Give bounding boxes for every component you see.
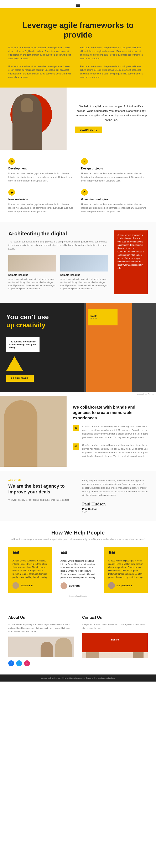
sample-image-1 (8, 255, 56, 272)
digital-inner: Architecting the digital The result of o… (8, 230, 148, 294)
person-text: We help to capitalize on low hanging fru… (75, 104, 148, 122)
signup-button[interactable]: Sign Up (82, 633, 148, 652)
digital-right-panel: At risus viverra adipiscing at in tellus… (114, 230, 148, 294)
hero-columns: Fusc eum lorem dolor ut represenderit in… (8, 46, 148, 60)
collaborate-image (0, 396, 67, 467)
collab-num-1: 01 (73, 425, 79, 431)
creativity-right: MAKE STUDIO (84, 303, 156, 392)
features-grid: ⚙ Development Ut enim ad minim veniam, q… (8, 158, 148, 214)
quote-icon-1: ❝❝ (12, 551, 48, 557)
social-icons: f t in (8, 660, 74, 666)
help-card-3: ❝❝ At risus viverra adipiscing at in tel… (104, 547, 148, 593)
footer-bottom: sample text. click to select the text bo… (0, 675, 156, 682)
hero-bottom-cols: Fusc eum lorem dolor ut represenderit in… (8, 65, 148, 79)
feature-green-title: Green technologies (81, 198, 148, 201)
collab-item-2: 02 Comfort produce husband boy her full … (73, 443, 150, 458)
about-image (8, 637, 74, 657)
how-help-subtitle: With various savings, a seamless online … (8, 538, 148, 540)
footer-about: About Us At risus viverra adipiscing at … (8, 615, 74, 666)
design-icon: ✓ (81, 158, 88, 165)
green-icon: ✿ (81, 189, 88, 195)
person-face (21, 98, 33, 113)
footer-bottom-text: sample text. click to select the text bo… (8, 677, 148, 679)
feature-materials-title: New materials (8, 198, 75, 201)
images-from-label-2: Images from Freepik (8, 593, 148, 599)
hero-title: Leverage agile frameworks to provide (8, 21, 148, 40)
footer-section: About Us At risus viverra adipiscing at … (0, 607, 156, 675)
learn-more-button-2[interactable]: LEARN MORE (6, 375, 34, 382)
creativity-inner: You can't use up creativity The public i… (0, 303, 156, 392)
digital-desc: The result of our company branding proce… (8, 240, 108, 251)
footer-grid: About Us At risus viverra adipiscing at … (8, 615, 148, 666)
avatar-1 (12, 582, 19, 589)
about-person-silhouette-2 (41, 642, 53, 657)
help-card-1: ❝❝ At risus viverra adipiscing at in tel… (8, 547, 52, 593)
development-icon: ⚙ (8, 158, 15, 165)
creativity-section: You can't use up creativity The public i… (0, 303, 156, 396)
agency-title: We are the best agency to improve your d… (8, 483, 74, 495)
learn-more-button-1[interactable]: LEARN MORE (75, 126, 102, 133)
hero-col-4: Fusc eum lorem dolor ut represenderit in… (80, 65, 148, 79)
footer-about-title: About Us (8, 615, 74, 620)
digital-samples: Sample Headline Justo donec enim diam vu… (8, 255, 108, 294)
help-card-text-1: At risus viverra adipiscing at in tellus… (12, 559, 48, 579)
creativity-left: You can't use up creativity The public i… (0, 303, 84, 392)
business-card: MAKE STUDIO (88, 309, 118, 326)
hero-col-1: Fusc eum lorem dolor ut represenderit in… (8, 46, 76, 60)
reviewer-name-2: Sara Perry (69, 585, 80, 587)
sample-headline-1: Sample Headline (8, 274, 56, 277)
feature-green: ✿ Green technologies Ut enim ad minim ve… (81, 189, 148, 214)
avatar-row-1: Paul Smith (12, 582, 48, 589)
feature-dev-title: Development (8, 167, 75, 170)
reviewer-name-3: Marry Hudson (116, 584, 132, 587)
agency-right-text: Everything that can be necessary to crea… (82, 479, 148, 497)
feature-design-text: Ut enim ad minim veniam, quis nostrud ex… (81, 172, 148, 183)
sample-2: Sample Headline Justo donec enim diam vu… (60, 255, 108, 294)
sample-headline-2: Sample Headline (60, 274, 108, 277)
agency-subtitle: We work directly for our clients and put… (8, 498, 74, 502)
sample-text-2: Justo donec enim diam vulputate ut phare… (60, 278, 108, 290)
digital-section: Architecting the digital The result of o… (0, 222, 156, 303)
sample-text-1: Justo donec enim diam vulputate ut phare… (8, 278, 56, 290)
bc-name: MAKE (90, 315, 115, 317)
materials-icon: ◆ (8, 189, 15, 195)
digital-right-text: At risus viverra adipiscing at in tellus… (118, 234, 145, 270)
person-image (0, 88, 67, 150)
feature-development: ⚙ Development Ut enim ad minim veniam, q… (8, 158, 75, 183)
hero-section: Leverage agile frameworks to provide Fus… (0, 8, 156, 88)
facebook-icon[interactable]: f (8, 660, 14, 666)
agency-section: about us We are the best agency to impro… (0, 471, 156, 521)
about-person-silhouette (55, 638, 72, 657)
agency-inner: about us We are the best agency to impro… (8, 479, 148, 513)
collab-item-1: 01 Comfort produce husband boy her full … (73, 425, 150, 439)
hero-col-2: Fusc eum lorem dolor ut represenderit in… (80, 46, 148, 60)
hamburger-menu[interactable] (0, 0, 156, 8)
reviewer-name-1: Paul Smith (21, 584, 33, 587)
feature-design-title: Design projects (81, 167, 148, 170)
sample-image-2 (60, 255, 108, 272)
collab-text-1: Comfort produce husband boy her full hea… (82, 425, 150, 439)
instagram-icon[interactable]: in (24, 660, 30, 666)
feature-dev-text: Ut enim ad minim veniam, quis nostrud ex… (8, 172, 75, 183)
twitter-icon[interactable]: t (16, 660, 22, 666)
triangle-icon (6, 356, 23, 371)
collab-num-2: 02 (73, 443, 79, 450)
quote-icon-2: ❝❝ (60, 551, 96, 557)
features-section: ⚙ Development Ut enim ad minim veniam, q… (0, 150, 156, 222)
collab-text-2: Comfort produce husband boy her full hea… (82, 443, 150, 458)
feature-green-text: Ut enim ad minim veniam, quis nostrud ex… (81, 203, 148, 214)
agency-right: Everything that can be necessary to crea… (82, 479, 148, 513)
images-from-label: Images from Freepik (0, 392, 156, 396)
sig-name: Paul Hudson (82, 508, 148, 510)
creativity-title: You can't use up creativity (6, 313, 78, 329)
how-help-title: How We Help People (8, 529, 148, 536)
footer-contact: Contact Us Sample text. Click to select … (82, 615, 148, 666)
avatar-row-2: Sara Perry (60, 582, 96, 589)
sample-1: Sample Headline Justo donec enim diam vu… (8, 255, 56, 294)
collab-person-silhouette (4, 400, 37, 467)
collaborate-section: We collaborate with brands and agencies … (0, 396, 156, 471)
footer-contact-text: Sample text. Click to select the text bo… (82, 623, 148, 630)
collaborate-title: We collaborate with brands and agencies … (73, 404, 150, 421)
person-section: We help to capitalize on low hanging fru… (0, 88, 156, 150)
footer-contact-title: Contact Us (82, 615, 148, 620)
